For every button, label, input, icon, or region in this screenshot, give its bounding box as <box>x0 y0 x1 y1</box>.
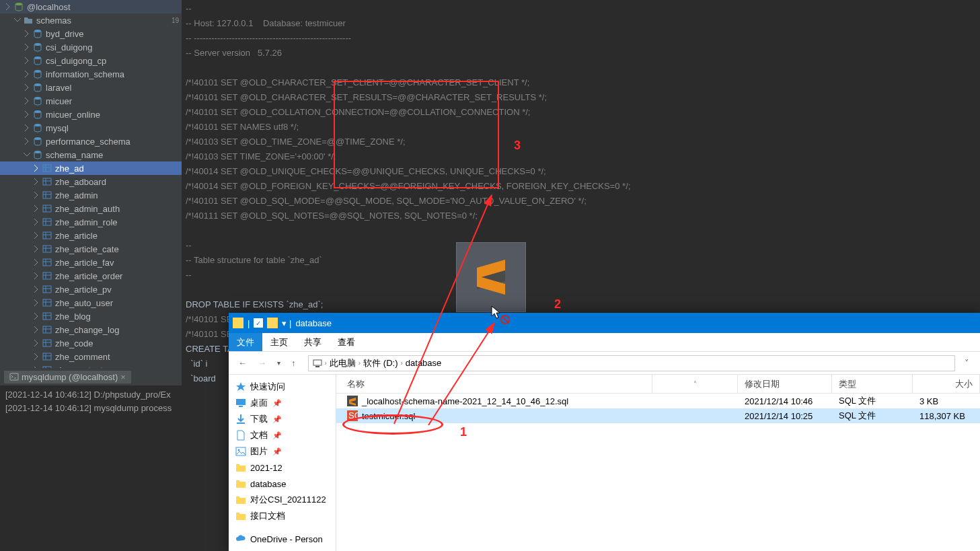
table-icon <box>42 177 52 186</box>
table-icon <box>42 217 52 227</box>
ribbon-tab-view[interactable]: 查看 <box>330 333 363 351</box>
nav-recent-icon[interactable]: ▾ <box>274 359 283 367</box>
sidebar-folder[interactable]: 接口文档 <box>229 508 336 524</box>
breadcrumb[interactable]: › 此电脑 › 软件 (D:) › database <box>308 355 956 371</box>
count-badge: 19 <box>172 17 179 24</box>
col-date[interactable]: 修改日期 <box>738 375 832 393</box>
explorer-titlebar[interactable]: | ✓ ▾ | database <box>229 313 980 333</box>
chevron-right-icon <box>23 97 31 105</box>
tree-table[interactable]: zhe_admin_auth <box>0 202 182 215</box>
svg-rect-60 <box>313 360 322 365</box>
drag-preview-sublime <box>456 242 526 312</box>
bottom-tab-bar: mysqldump (@localhost) × <box>0 368 182 385</box>
ribbon-tab-share[interactable]: 共享 <box>296 333 330 351</box>
tree-table[interactable]: zhe_admin_role <box>0 215 182 229</box>
tree-table[interactable]: zhe_admin <box>0 188 182 202</box>
table-icon <box>42 244 52 254</box>
sidebar-documents[interactable]: 文档📌 <box>229 427 336 443</box>
chevron-down-icon <box>23 151 31 159</box>
pc-icon <box>313 359 322 368</box>
tree-db[interactable]: micuer <box>0 94 182 108</box>
tree-table[interactable]: zhe_blog <box>0 309 182 323</box>
path-dropdown-icon[interactable]: ˅ <box>960 358 973 368</box>
checkbox-icon[interactable]: ✓ <box>254 318 263 328</box>
tree-label: zhe_admin <box>55 190 179 200</box>
quick-access[interactable]: 快速访问 <box>229 379 336 395</box>
nav-forward-icon[interactable]: → <box>255 358 269 368</box>
chevron-right-icon <box>23 83 31 91</box>
tree-table[interactable]: zhe_article <box>0 229 182 242</box>
file-name: _localhost-schema-name-2021_12_14_10_46_… <box>362 396 568 406</box>
tree-table[interactable]: zhe_article_cate <box>0 242 182 256</box>
col-type[interactable]: 类型 <box>832 375 913 393</box>
tree-label: zhe_blog <box>55 311 179 322</box>
ribbon-tab-home[interactable]: 主页 <box>262 333 296 351</box>
tree-table[interactable]: zhe_adboard <box>0 175 182 188</box>
tree-db[interactable]: performance_schema <box>0 135 182 148</box>
sublime-text-icon <box>473 256 509 299</box>
sidebar-pictures[interactable]: 图片📌 <box>229 443 336 460</box>
tab-label: mysqldump (@localhost) <box>22 372 118 382</box>
nav-back-icon[interactable]: ← <box>235 358 250 368</box>
explorer-sidebar[interactable]: 快速访问 桌面📌 下载📌 文档📌 图片📌 2021-12 database 对公… <box>229 375 336 551</box>
database-icon <box>33 83 42 92</box>
column-headers[interactable]: 名称 ˄ 修改日期 类型 大小 <box>336 375 980 394</box>
console-output[interactable]: [2021-12-14 10:46:12] D:/phpstudy_pro/Ex… <box>0 385 229 551</box>
tree-table[interactable]: zhe_change_log <box>0 323 182 336</box>
tree-table[interactable]: zhe_comment <box>0 350 182 363</box>
file-row[interactable]: _localhost-schema-name-2021_12_14_10_46_… <box>336 394 980 408</box>
tree-db[interactable]: csi_duigong_cp <box>0 54 182 67</box>
tree-table[interactable]: zhe_auto_user <box>0 296 182 309</box>
chevron-right-icon <box>23 70 31 78</box>
tree-db-open[interactable]: schema_name <box>0 148 182 161</box>
sidebar-folder[interactable]: 对公CSI_20211122 <box>229 492 336 508</box>
database-icon <box>33 137 42 146</box>
tree-label: mysql <box>46 123 179 133</box>
chevron-right-icon <box>32 299 40 307</box>
explorer-file-list[interactable]: 名称 ˄ 修改日期 类型 大小 _localhost-schema-name-2… <box>336 375 980 551</box>
sort-indicator[interactable]: ˄ <box>652 375 738 393</box>
chevron-right-icon[interactable]: › <box>359 359 361 367</box>
console-tab[interactable]: mysqldump (@localhost) × <box>4 371 131 383</box>
tree-schemas[interactable]: schemas 19 <box>0 13 182 27</box>
svg-rect-35 <box>43 272 51 279</box>
tree-root[interactable]: @localhost <box>0 0 182 13</box>
chevron-right-icon[interactable]: › <box>400 359 402 367</box>
svg-rect-53 <box>43 353 51 360</box>
folder-icon <box>235 494 246 505</box>
database-icon <box>33 42 42 52</box>
tree-db[interactable]: information_schema <box>0 67 182 81</box>
col-size[interactable]: 大小 <box>913 375 980 393</box>
svg-rect-50 <box>43 340 51 346</box>
ribbon-tab-file[interactable]: 文件 <box>229 333 262 351</box>
tree-db[interactable]: laravel <box>0 81 182 94</box>
tree-table[interactable]: zhe_code <box>0 336 182 350</box>
nav-up-icon[interactable]: ↑ <box>289 358 299 368</box>
tree-label: zhe_article_fav <box>55 258 179 268</box>
chevron-right-icon[interactable]: › <box>325 359 327 367</box>
svg-point-9 <box>34 137 41 140</box>
sidebar-downloads[interactable]: 下载📌 <box>229 411 336 427</box>
tree-db[interactable]: mysql <box>0 121 182 135</box>
sidebar-onedrive[interactable]: OneDrive - Person <box>229 531 336 547</box>
chevron-right-icon <box>32 178 40 186</box>
tree-db[interactable]: micuer_online <box>0 108 182 121</box>
breadcrumb-item[interactable]: 软件 (D:) <box>363 357 398 369</box>
tree-db[interactable]: csi_duigong <box>0 40 182 54</box>
tree-table[interactable]: zhe_article_pv <box>0 283 182 296</box>
sidebar-desktop[interactable]: 桌面📌 <box>229 395 336 411</box>
col-name[interactable]: 名称 <box>336 375 652 393</box>
svg-point-7 <box>34 110 41 113</box>
tree-table[interactable]: zhe_article_fav <box>0 256 182 269</box>
tree-table[interactable]: zhe_ad <box>0 161 182 175</box>
sidebar-folder[interactable]: 2021-12 <box>229 460 336 476</box>
tree-table[interactable]: zhe_article_order <box>0 269 182 283</box>
breadcrumb-item[interactable]: 此电脑 <box>330 357 356 369</box>
sidebar-folder[interactable]: database <box>229 476 336 492</box>
tree-label: schemas <box>36 15 169 26</box>
tree-db[interactable]: byd_drive <box>0 27 182 40</box>
svg-rect-59 <box>10 373 18 380</box>
close-icon[interactable]: × <box>120 372 126 382</box>
breadcrumb-item[interactable]: database <box>406 358 442 368</box>
file-row[interactable]: SQLtestmicuer.sql2021/12/14 10:25SQL 文件1… <box>336 408 980 423</box>
